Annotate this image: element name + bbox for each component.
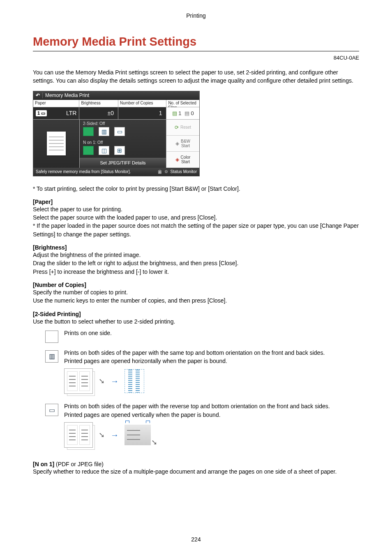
opt1-desc: Prints on one side. (64, 329, 359, 337)
hdr-brightness: Brightness (79, 100, 118, 107)
book-result-icon (125, 369, 144, 393)
print-option-1-sided: Prints on one side. (33, 329, 359, 343)
book-binding-icon: ▥ (45, 350, 58, 363)
val-brightness[interactable]: ±0 (79, 107, 118, 120)
n-on-1-4-icon[interactable]: ⊞ (114, 146, 125, 155)
back-icon[interactable]: ↶ (36, 92, 43, 98)
paper-heading: [Paper] (33, 199, 359, 205)
two-sided-off-icon[interactable] (83, 127, 94, 136)
n-on-1-note: (PDF or JPEG file) (56, 461, 104, 467)
two-sided-book-icon[interactable]: ▥ (99, 127, 109, 136)
diagram-calendar: ➘ → ➘ (64, 422, 359, 448)
copies-line-1: Specify the number of copies to print. (33, 288, 359, 296)
opt3-desc-a: Prints on both sides of the paper with t… (64, 402, 359, 410)
two-sided-label: 2-Sided: Off (83, 121, 163, 126)
turn-icon: ➘ (99, 376, 105, 386)
running-header: Printing (0, 12, 392, 19)
doc-code: 84CU-0AE (33, 55, 359, 61)
color-start-icon: ◈ (175, 157, 179, 162)
preview-doc-icon (47, 132, 66, 155)
network-icon: 옮 (158, 169, 162, 175)
calendar-binding-icon: ▭ (45, 404, 58, 416)
device-statusbar: Safely remove memory media from [Status … (33, 168, 199, 176)
one-sided-icon (45, 331, 58, 343)
n-on-1-heading: [N on 1] (33, 461, 56, 467)
val-files: ▨ 1 ▤ 0 (166, 107, 199, 120)
twosided-line-1: Use the button to select whether to use … (33, 317, 359, 326)
reset-button[interactable]: ⟳ Reset (166, 120, 199, 136)
print-option-book: ▥ Prints on both sides of the paper with… (33, 349, 359, 397)
n-on-1-line-1: Specify whether to reduce the size of a … (33, 467, 359, 476)
reset-icon: ⟳ (175, 125, 179, 130)
n-on-1-off-icon[interactable] (83, 146, 94, 155)
n-on-1-heading-line: [N on 1] (PDF or JPEG file) (33, 461, 359, 467)
paper-size: LTR (66, 110, 76, 116)
gear-icon[interactable]: ⚙ (164, 169, 168, 174)
brightness-heading: [Brightness] (33, 244, 359, 251)
brightness-line-1: Adjust the brightness of the printed ima… (33, 251, 359, 259)
device-title: Memory Media Print (45, 92, 89, 98)
opt3-desc-b: Printed pages are opened vertically when… (64, 411, 359, 419)
start-hint: * To start printing, select the color to… (33, 185, 359, 193)
intro-text: You can use the Memory Media Print setti… (33, 68, 359, 85)
status-monitor-link[interactable]: Status Monitor (171, 169, 197, 174)
device-titlebar: ↶ Memory Media Print (33, 91, 199, 100)
val-copies[interactable]: 1 (118, 107, 166, 120)
diagram-book: ➘ → (64, 368, 359, 394)
start-bw-button[interactable]: ◈ B&W Start (166, 136, 199, 152)
page-number: 224 (0, 536, 392, 543)
calendar-result-icon: ➘ (125, 425, 151, 445)
arrow-icon: → (111, 375, 119, 387)
opt2-desc-b: Printed pages are opened horizontally wh… (64, 357, 359, 365)
hdr-files: No. of Selected Files (166, 100, 199, 107)
bw-start-icon: ◈ (175, 141, 179, 146)
start-color-button[interactable]: ◈ Color Start (166, 152, 199, 167)
details-button[interactable]: Set JPEG/TIFF Details (80, 158, 166, 168)
page-title: Memory Media Print Settings (33, 35, 359, 51)
device-screenshot: ↶ Memory Media Print Paper Brightness Nu… (33, 91, 200, 176)
n-on-1-2-icon[interactable]: ◫ (99, 146, 109, 155)
val-paper[interactable]: 1 ▭ LTR (33, 107, 79, 120)
options-pane: 2-Sided: Off ▥ ▭ N on 1: Off ◫ ⊞ Set (80, 120, 166, 168)
paper-line-1: Select the paper to use for printing. (33, 205, 359, 213)
print-option-calendar: ▭ Prints on both sides of the paper with… (33, 402, 359, 450)
paper-line-3: * If the paper loaded in the paper sourc… (33, 222, 359, 238)
opt2-desc-a: Prints on both sides of the paper with t… (64, 349, 359, 357)
copies-heading: [Number of Copies] (33, 282, 359, 288)
n-on-1-label: N on 1: Off (83, 140, 163, 145)
brightness-line-3: Press [+] to increase the brightness and… (33, 268, 359, 276)
hdr-copies: Number of Copies (118, 100, 166, 107)
paper-line-2: Select the paper source with the loaded … (33, 213, 359, 222)
turn-icon: ➘ (99, 430, 105, 440)
two-sided-calendar-icon[interactable]: ▭ (114, 127, 125, 136)
statusbar-text: Safely remove memory media from [Status … (36, 169, 131, 174)
copies-line-2: Use the numeric keys to enter the number… (33, 296, 359, 305)
brightness-line-2: Drag the slider to the left or right to … (33, 259, 359, 267)
tray-num: 1 (37, 111, 40, 116)
preview-pane (33, 120, 80, 168)
arrow-icon: → (111, 429, 119, 441)
hdr-paper: Paper (33, 100, 79, 107)
twosided-heading: [2-Sided Printing] (33, 311, 359, 317)
